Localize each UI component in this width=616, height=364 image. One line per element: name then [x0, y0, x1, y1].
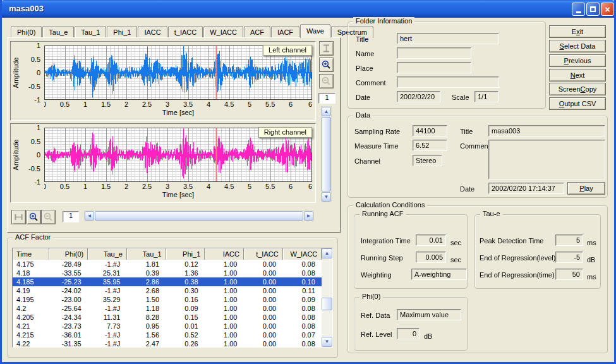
tab-wave[interactable]: Wave: [300, 24, 330, 38]
fit-horizontal-button[interactable]: [11, 210, 26, 224]
ref-level-field[interactable]: [397, 328, 420, 339]
cell: 0.15: [166, 313, 205, 322]
folder-title-label: Title: [356, 35, 368, 43]
x-axis-label: Time [sec]: [44, 109, 312, 116]
fit-vertical-icon: [322, 44, 330, 52]
table-row[interactable]: 4.175-28.49-1.#J1.810.121.000.000.08: [13, 260, 322, 269]
tab-t-iacc[interactable]: t_IACC: [168, 26, 203, 38]
folder-scale-field[interactable]: [474, 91, 498, 102]
previous-button[interactable]: Previous: [549, 54, 606, 67]
tab-tau-e[interactable]: Tau_e: [42, 26, 74, 38]
column-header-phi-1[interactable]: Phi_1: [166, 248, 205, 260]
y-tick-label: -0.5: [28, 165, 40, 173]
next-button[interactable]: Next: [549, 69, 606, 82]
table-row[interactable]: 4.195-23.0035.291.500.161.000.000.09: [13, 295, 322, 304]
table-scroll-up-button[interactable]: ▲: [322, 248, 332, 258]
data-date-field[interactable]: [488, 183, 564, 194]
close-button[interactable]: ×: [601, 3, 614, 16]
scroll-right-button[interactable]: ►: [304, 211, 313, 221]
running-step-field[interactable]: [416, 252, 446, 263]
data-comment-field[interactable]: [488, 140, 605, 179]
maximize-button[interactable]: [586, 3, 600, 16]
table-row[interactable]: 4.19-24.02-1.#J2.680.301.000.000.11: [13, 286, 322, 295]
exit-button[interactable]: Exit: [549, 25, 606, 38]
screen-copy-button[interactable]: Screen Copy: [549, 83, 606, 95]
column-header-t-iacc[interactable]: t_IACC: [243, 248, 282, 260]
x-tick-label: 2: [124, 183, 128, 190]
data-title-field[interactable]: [488, 125, 605, 136]
column-header-w-iacc[interactable]: W_IACC: [282, 248, 322, 260]
column-header-tau-e[interactable]: Tau_e: [88, 248, 127, 260]
zoom-in-vertical-button[interactable]: [319, 58, 334, 72]
folder-date-field[interactable]: [397, 91, 440, 102]
y-tick-label: 0: [37, 69, 40, 76]
x-tick-label: 0: [44, 183, 46, 190]
column-header-tau-1[interactable]: Tau_1: [126, 248, 166, 260]
minimize-button[interactable]: [572, 3, 585, 16]
folder-place-field[interactable]: [397, 62, 471, 73]
cell: 1.00: [205, 313, 244, 322]
weighting-field[interactable]: [411, 269, 467, 280]
zoom-out-vertical-button[interactable]: [319, 74, 334, 88]
table-row[interactable]: 4.2-25.64-1.#J1.180.091.000.000.08: [13, 304, 322, 313]
table-row[interactable]: 4.185-25.2335.952.860.381.000.000.10: [13, 277, 322, 286]
column-header-phi-0-[interactable]: Phi(0): [49, 248, 88, 260]
table-row[interactable]: 4.21-23.737.730.950.011.000.000.08: [13, 322, 322, 331]
cell: 0.00: [243, 313, 282, 322]
ref-data-field[interactable]: [397, 309, 461, 320]
title-bar[interactable]: masa003 ×: [0, 0, 616, 18]
table-row[interactable]: 4.205-24.3411.318.280.151.000.000.08: [13, 313, 322, 322]
table-row[interactable]: 4.215-36.01-1.#J1.560.521.000.000.07: [13, 331, 322, 339]
tab-phi-0-[interactable]: Phi(0): [11, 26, 42, 38]
zoom-out-horizontal-button[interactable]: [41, 210, 56, 224]
cell: 1.00: [205, 277, 244, 286]
horizontal-scroll-thumb[interactable]: [95, 211, 303, 221]
fit-vertical-button[interactable]: [319, 41, 334, 56]
folder-name-field[interactable]: [397, 47, 471, 59]
left-channel-tag: Left channel: [263, 45, 312, 56]
scroll-left-button[interactable]: ◄: [85, 211, 94, 221]
cell: -23.00: [49, 295, 88, 304]
acf-factor-table[interactable]: TimePhi(0)Tau_eTau_1Phi_1IACCt_IACCW_IAC…: [12, 248, 333, 348]
scroll-up-button[interactable]: ▲: [322, 107, 331, 116]
scroll-down-button[interactable]: ▼: [322, 192, 331, 202]
vertical-scroll-thumb[interactable]: [322, 117, 331, 191]
channel-field[interactable]: [413, 155, 442, 166]
play-button[interactable]: Play: [567, 182, 605, 195]
horizontal-scrollbar[interactable]: ◄ ►: [84, 210, 314, 221]
vertical-scrollbar[interactable]: ▲ ▼: [321, 106, 332, 202]
end-regression-level-field[interactable]: [555, 252, 583, 263]
sampling-rate-field[interactable]: [413, 125, 447, 136]
table-row[interactable]: 4.22-31.35-1.#J2.470.261.000.000.08: [13, 339, 322, 348]
tab-phi-1[interactable]: Phi_1: [107, 26, 137, 38]
folder-title-field[interactable]: [397, 33, 499, 44]
tab-acf[interactable]: ACF: [244, 26, 270, 38]
table-scroll-down-button[interactable]: ▼: [322, 337, 332, 347]
table-scrollbar[interactable]: ▲ ▼: [322, 248, 332, 347]
column-header-time[interactable]: Time: [13, 248, 49, 260]
minimize-icon: [576, 11, 581, 13]
x-tick-label: 2: [124, 100, 128, 108]
x-axis-ticks-right: 00.511.522.533.544.555.566.: [44, 183, 312, 191]
running-step-unit: sec: [450, 256, 461, 264]
column-header-iacc[interactable]: IACC: [205, 248, 244, 260]
measure-time-field[interactable]: [413, 140, 447, 151]
select-data-button[interactable]: Select Data: [549, 40, 606, 52]
end-regression-time-label: End of Regression(time): [480, 271, 555, 279]
tab-iacf[interactable]: IACF: [271, 26, 299, 38]
zoom-in-horizontal-button[interactable]: [27, 210, 41, 224]
end-regression-time-field[interactable]: [555, 269, 583, 280]
peak-detection-label: Peak Detection Time: [480, 237, 544, 245]
table-scroll-thumb[interactable]: [322, 298, 332, 310]
folder-comment-field[interactable]: [397, 76, 499, 88]
peak-detection-field[interactable]: [555, 234, 583, 246]
table-row[interactable]: 4.18-33.5525.310.391.361.000.000.08: [13, 269, 322, 277]
tab-tau-1[interactable]: Tau_1: [75, 26, 106, 38]
x-tick-label: 5.5: [265, 183, 275, 190]
tab-iacc[interactable]: IACC: [138, 26, 167, 38]
cell: -1.#J: [88, 260, 127, 269]
tab-w-iacc[interactable]: W_IACC: [203, 26, 243, 38]
integration-time-field[interactable]: [416, 234, 446, 246]
output-csv-button[interactable]: Output CSV: [549, 97, 606, 110]
x-tick-label: 0.5: [60, 183, 69, 190]
